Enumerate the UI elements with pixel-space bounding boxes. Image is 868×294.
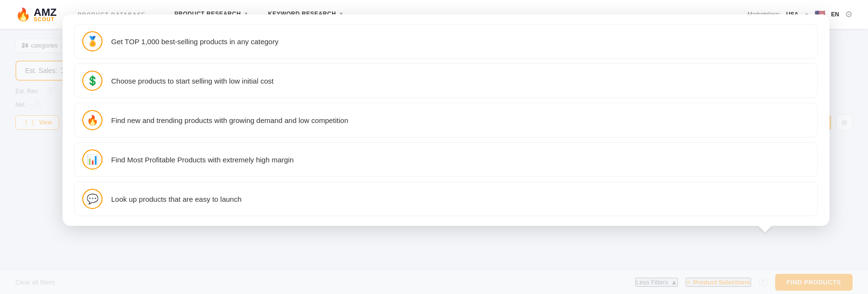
find-products-button[interactable]: FIND PRODUCTS [775,274,853,291]
popup-item-text-1: Choose products to start selling with lo… [111,77,274,85]
categories-label: categories [31,42,57,49]
lang-label[interactable]: EN [831,11,839,18]
view-button[interactable]: ⋮⋮ View [15,115,59,130]
logo[interactable]: 🔥 AMZ SCOUT [15,7,57,22]
popup-item-icon-2: 🔥 [82,110,102,130]
product-selections-label: Product Selections [693,279,750,286]
view-label: View [39,119,52,126]
less-filters-button[interactable]: Less Filters ▲ [635,278,678,287]
gear-icon[interactable]: ⚙ [845,9,853,20]
popup-item-2[interactable]: 🔥Find new and trending products with gro… [74,103,818,137]
est-sales-label: Est. Sales: [25,67,57,74]
less-filters-label: Less Filters [636,279,668,286]
est-rev-label: Est. Rev: [15,88,39,95]
net-help-icon[interactable]: ? [34,101,41,109]
product-selections-help-icon[interactable]: ? [759,278,767,287]
less-filters-triangle: ▲ [671,279,677,286]
popup-item-icon-1: 💲 [82,71,102,91]
logo-icon: 🔥 [15,7,31,22]
est-rev-help-icon[interactable]: ? [47,87,54,95]
popup-item-icon-4: 💬 [82,189,102,209]
popup-item-icon-3: 📊 [82,149,102,170]
popup-overlay: 🏅Get TOP 1,000 best-selling products in … [63,14,830,226]
bottom-right: Less Filters ▲ ≡ Product Selections ? FI… [635,274,853,291]
grid-icon: ⊞ [842,119,847,126]
logo-scout: SCOUT [34,17,57,22]
popup-item-text-3: Find Most Profitable Products with extre… [111,156,294,164]
clear-filters-button[interactable]: Clear all filters [15,279,55,286]
grid-icon-button[interactable]: ⊞ [836,114,853,131]
product-selections-button[interactable]: ≡ Product Selections [686,278,751,287]
popup-items-container: 🏅Get TOP 1,000 best-selling products in … [74,24,818,216]
popup-item-0[interactable]: 🏅Get TOP 1,000 best-selling products in … [74,24,818,59]
net-filter: Net: - ? [15,101,41,109]
bottom-bar: Clear all filters Less Filters ▲ ≡ Produ… [0,270,868,294]
popup-item-4[interactable]: 💬Look up products that are easy to launc… [74,182,818,216]
popup-item-text-4: Look up products that are easy to launch [111,195,242,203]
net-dash: - [29,101,31,108]
categories-count: 24 [22,42,28,49]
popup-item-text-2: Find new and trending products with grow… [111,116,348,124]
est-rev-dash: - [42,88,44,95]
popup-item-icon-0: 🏅 [82,31,102,51]
popup-item-3[interactable]: 📊Find Most Profitable Products with extr… [74,142,818,177]
popup-item-1[interactable]: 💲Choose products to start selling with l… [74,63,818,98]
popup-item-text-0: Get TOP 1,000 best-selling products in a… [111,37,279,46]
est-rev-filter: Est. Rev: - ? [15,87,54,95]
net-label: Net: [15,101,26,108]
logo-text-wrap: AMZ SCOUT [34,7,57,22]
bars-icon: ⋮⋮ [23,119,36,126]
product-selections-icon: ≡ [687,279,690,286]
